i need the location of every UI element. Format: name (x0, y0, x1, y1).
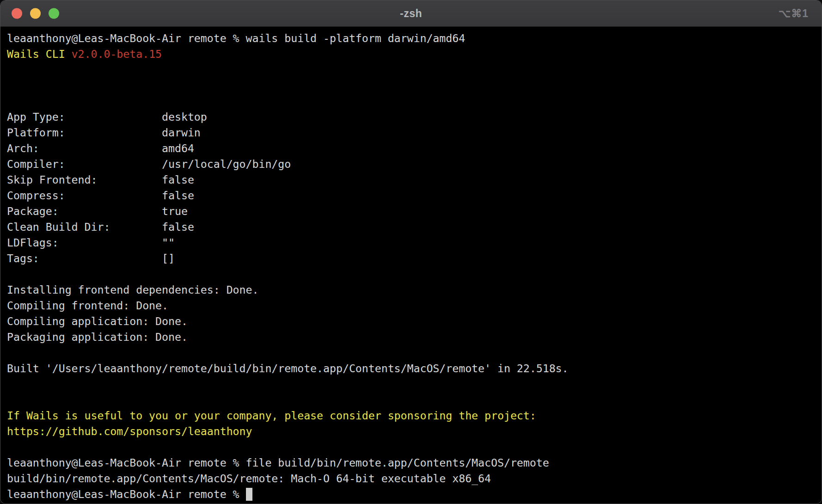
terminal-text-segment: Compiling frontend: Done. (7, 299, 168, 312)
terminal-line: Package: true (7, 203, 815, 219)
terminal-line: https://github.com/sponsors/leaanthony (7, 424, 815, 439)
terminal-text-segment: Platform: darwin (7, 126, 201, 139)
terminal-line: Arch: amd64 (7, 141, 815, 156)
terminal-text-segment: Compress: false (7, 189, 194, 202)
terminal-line (7, 376, 815, 392)
terminal-line: Wails CLI v2.0.0-beta.15 (7, 46, 815, 62)
terminal-text-segment: If Wails is useful to you or your compan… (7, 409, 536, 422)
terminal-text-segment: v2.0.0-beta.15 (72, 48, 162, 60)
terminal-line: Clean Build Dir: false (7, 219, 815, 235)
window-title: -zsh (0, 7, 822, 20)
terminal-text-segment: Clean Build Dir: false (7, 221, 194, 233)
terminal-text-segment: Installing frontend dependencies: Done. (7, 283, 258, 296)
terminal-text-segment: Package: true (7, 205, 188, 217)
terminal-line (7, 439, 815, 455)
terminal-window: -zsh ⌥⌘1 leaanthony@Leas-MacBook-Air rem… (0, 0, 822, 504)
terminal-text-segment: Compiler: /usr/local/go/bin/go (7, 158, 291, 170)
terminal-text-segment: leaanthony@Leas-MacBook-Air remote % (7, 488, 246, 500)
terminal-line: App Type: desktop (7, 109, 815, 125)
terminal-line: Tags: [] (7, 251, 815, 266)
terminal-text-segment: Built '/Users/leaanthony/remote/build/bi… (7, 362, 569, 375)
terminal-line: leaanthony@Leas-MacBook-Air remote % fil… (7, 455, 815, 471)
terminal-line: Built '/Users/leaanthony/remote/build/bi… (7, 361, 815, 376)
terminal-line: If Wails is useful to you or your compan… (7, 408, 815, 424)
terminal-text-segment: leaanthony@Leas-MacBook-Air remote % fil… (7, 456, 549, 469)
terminal-text-segment: Compiling application: Done. (7, 315, 188, 327)
terminal-text-segment: LDFlags: "" (7, 236, 175, 249)
terminal-text-segment: Skip Frontend: false (7, 173, 194, 186)
terminal-line: Compiling frontend: Done. (7, 298, 815, 313)
terminal-line: Compiler: /usr/local/go/bin/go (7, 156, 815, 172)
terminal-line (7, 93, 815, 109)
terminal-text-segment: Packaging application: Done. (7, 331, 188, 343)
terminal-line: Compress: false (7, 188, 815, 203)
terminal-line (7, 345, 815, 361)
terminal-text-segment: App Type: desktop (7, 111, 207, 123)
terminal-line: Platform: darwin (7, 125, 815, 141)
terminal-text-segment: build/bin/remote.app/Contents/MacOS/remo… (7, 472, 491, 485)
terminal-line: leaanthony@Leas-MacBook-Air remote % (7, 486, 815, 502)
tab-shortcut-hint: ⌥⌘1 (779, 7, 809, 20)
terminal-line: Packaging application: Done. (7, 329, 815, 345)
terminal-line: leaanthony@Leas-MacBook-Air remote % wai… (7, 31, 815, 46)
terminal-line (7, 62, 815, 78)
window-titlebar[interactable]: -zsh ⌥⌘1 (0, 0, 822, 27)
terminal-line: LDFlags: "" (7, 235, 815, 251)
terminal-line: Compiling application: Done. (7, 313, 815, 329)
terminal-line: Installing frontend dependencies: Done. (7, 282, 815, 298)
terminal-output[interactable]: leaanthony@Leas-MacBook-Air remote % wai… (0, 27, 822, 502)
terminal-line (7, 392, 815, 408)
terminal-text-segment: Wails CLI (7, 48, 72, 60)
terminal-text-segment: leaanthony@Leas-MacBook-Air remote % wai… (7, 32, 465, 44)
terminal-line (7, 266, 815, 282)
terminal-line (7, 78, 815, 93)
terminal-text-segment: Tags: [] (7, 252, 175, 264)
terminal-cursor (246, 488, 252, 501)
terminal-text-segment: Arch: amd64 (7, 142, 194, 154)
terminal-text-segment: https://github.com/sponsors/leaanthony (7, 425, 252, 437)
terminal-line: Skip Frontend: false (7, 172, 815, 188)
terminal-line: build/bin/remote.app/Contents/MacOS/remo… (7, 471, 815, 486)
